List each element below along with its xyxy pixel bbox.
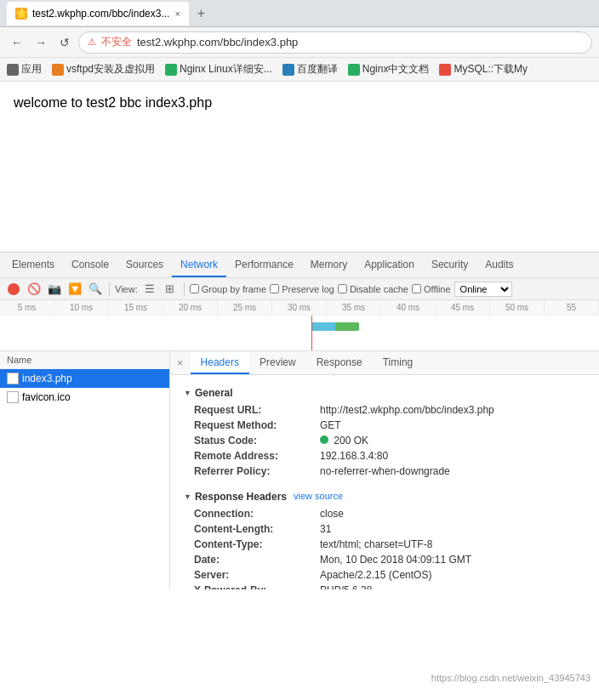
record-button[interactable] (5, 281, 22, 298)
camera-button[interactable]: 📷 (46, 281, 63, 298)
status-code-key: Status Code: (184, 435, 320, 447)
status-dot-icon (320, 435, 328, 444)
preserve-log-text: Preserve log (282, 284, 334, 294)
bookmark-vsftpd[interactable]: vsftpd安装及虚拟用 (52, 62, 155, 77)
mysql-icon (439, 64, 451, 76)
detail-content: General Request URL: http://test2.wkphp.… (170, 375, 599, 589)
server-key: Server: (184, 569, 320, 581)
detail-tab-timing[interactable]: Timing (373, 352, 424, 374)
group-by-frame-checkbox[interactable] (190, 284, 199, 293)
tab-application[interactable]: Application (356, 253, 423, 277)
tick-40ms: 40 ms (381, 300, 436, 315)
connection-key: Connection: (184, 508, 320, 520)
file-icon-favicon (7, 391, 19, 403)
view-list-button[interactable]: ☰ (141, 281, 158, 298)
file-item-favicon[interactable]: favicon.ico (0, 388, 169, 407)
secure-icon: ⚠ (88, 37, 96, 48)
tab-security[interactable]: Security (423, 253, 476, 277)
timeline-ruler: 5 ms 10 ms 15 ms 20 ms 25 ms 30 ms 35 ms… (0, 300, 599, 316)
content-type-value: text/html; charset=UTF-8 (320, 538, 432, 550)
tab-performance[interactable]: Performance (226, 253, 302, 277)
referrer-policy-row: Referrer Policy: no-referrer-when-downgr… (184, 464, 585, 479)
timeline: 5 ms 10 ms 15 ms 20 ms 25 ms 30 ms 35 ms… (0, 300, 599, 351)
view-source-link[interactable]: view source (294, 491, 343, 501)
server-row: Server: Apache/2.2.15 (CentOS) (184, 567, 585, 583)
file-item-index3[interactable]: index3.php (0, 369, 169, 388)
bookmark-mysql-label: MySQL::下载My (454, 62, 528, 77)
file-list-header: Name (0, 351, 169, 369)
timeline-vline (311, 316, 312, 351)
tab-console[interactable]: Console (63, 253, 117, 277)
bookmark-apps-label: 应用 (21, 62, 42, 77)
detail-tab-preview[interactable]: Preview (249, 352, 306, 374)
referrer-policy-key: Referrer Policy: (184, 465, 320, 477)
bookmark-baidu[interactable]: 百度翻译 (282, 62, 338, 77)
detail-tab-headers[interactable]: Headers (191, 352, 249, 374)
tab-network[interactable]: Network (172, 253, 226, 277)
disable-cache-label[interactable]: Disable cache (338, 284, 408, 294)
tab-elements[interactable]: Elements (3, 253, 63, 277)
view-detail-button[interactable]: ⊞ (162, 281, 179, 298)
refresh-button[interactable]: ↺ (54, 32, 75, 53)
date-row: Date: Mon, 10 Dec 2018 04:09:11 GMT (184, 552, 585, 567)
tab-favicon-icon: ⭐ (15, 8, 27, 20)
bookmark-nginx1[interactable]: Nginx Linux详细安... (165, 62, 272, 77)
address-bar[interactable]: ⚠ 不安全 test2.wkphp.com/bbc/index3.php (78, 31, 592, 54)
bookmark-mysql[interactable]: MySQL::下载My (439, 62, 528, 77)
offline-checkbox[interactable] (412, 284, 421, 293)
baidu-icon (282, 64, 294, 76)
apps-icon (7, 64, 19, 76)
vsftpd-icon (52, 64, 64, 76)
request-url-row: Request URL: http://test2.wkphp.com/bbc/… (184, 402, 585, 418)
page-content: welcome to test2 bbc index3.php (0, 82, 599, 252)
content-type-key: Content-Type: (184, 538, 320, 550)
request-method-value: GET (320, 419, 341, 431)
response-headers-header-row: Response Headers view source (184, 486, 585, 506)
filter-button[interactable]: 🔽 (66, 281, 83, 298)
bookmark-vsftpd-label: vsftpd安装及虚拟用 (66, 62, 155, 77)
toolbar-separator-1 (109, 282, 110, 296)
date-value: Mon, 10 Dec 2018 04:09:11 GMT (320, 554, 471, 566)
throttle-select[interactable]: Online Fast 3G Slow 3G Offline (454, 282, 512, 297)
page-title: welcome to test2 bbc index3.php (14, 95, 585, 111)
back-button[interactable]: ← (7, 32, 27, 53)
bookmark-nginx2[interactable]: Nginx中文文档 (348, 62, 430, 77)
tick-25ms: 25 ms (218, 300, 272, 315)
offline-text: Offline (424, 284, 451, 294)
search-button[interactable]: 🔍 (87, 281, 104, 298)
offline-label[interactable]: Offline (412, 284, 451, 294)
detail-close-button[interactable]: × (170, 356, 191, 369)
group-by-frame-label[interactable]: Group by frame (190, 284, 266, 294)
timeline-requests (0, 316, 599, 351)
tab-memory[interactable]: Memory (302, 253, 356, 277)
tab-sources[interactable]: Sources (117, 253, 172, 277)
remote-address-value: 192.168.3.4:80 (320, 450, 388, 462)
tab-close-button[interactable]: × (174, 9, 180, 19)
content-length-value: 31 (320, 523, 331, 535)
tab-title: test2.wkphp.com/bbc/index3... (32, 8, 169, 20)
tab-audits[interactable]: Audits (476, 253, 522, 277)
preserve-log-checkbox[interactable] (270, 284, 279, 293)
detail-tab-response[interactable]: Response (306, 352, 373, 374)
devtools-main: Name index3.php favicon.ico × Headers Pr… (0, 351, 599, 589)
clear-button[interactable]: 🚫 (26, 281, 43, 298)
bookmark-nginx2-label: Nginx中文文档 (362, 62, 430, 77)
group-by-frame-text: Group by frame (202, 284, 266, 294)
address-text: test2.wkphp.com/bbc/index3.php (137, 36, 298, 48)
devtools-toolbar: 🚫 📷 🔽 🔍 View: ☰ ⊞ Group by frame Preserv… (0, 278, 599, 300)
browser-tab[interactable]: ⭐ test2.wkphp.com/bbc/index3... × (7, 2, 189, 26)
response-headers-section-header: Response Headers (184, 486, 287, 506)
content-length-row: Content-Length: 31 (184, 521, 585, 537)
file-name-index3: index3.php (22, 373, 72, 384)
forward-button[interactable]: → (31, 32, 51, 53)
bookmark-apps[interactable]: 应用 (7, 62, 42, 77)
tick-30ms: 30 ms (272, 300, 327, 315)
tick-45ms: 45 ms (436, 300, 490, 315)
toolbar-separator-2 (184, 282, 185, 296)
disable-cache-text: Disable cache (350, 284, 408, 294)
new-tab-button[interactable]: + (192, 6, 210, 21)
connection-row: Connection: close (184, 506, 585, 521)
nginx1-icon (165, 64, 177, 76)
disable-cache-checkbox[interactable] (338, 284, 347, 293)
preserve-log-label[interactable]: Preserve log (270, 284, 334, 294)
